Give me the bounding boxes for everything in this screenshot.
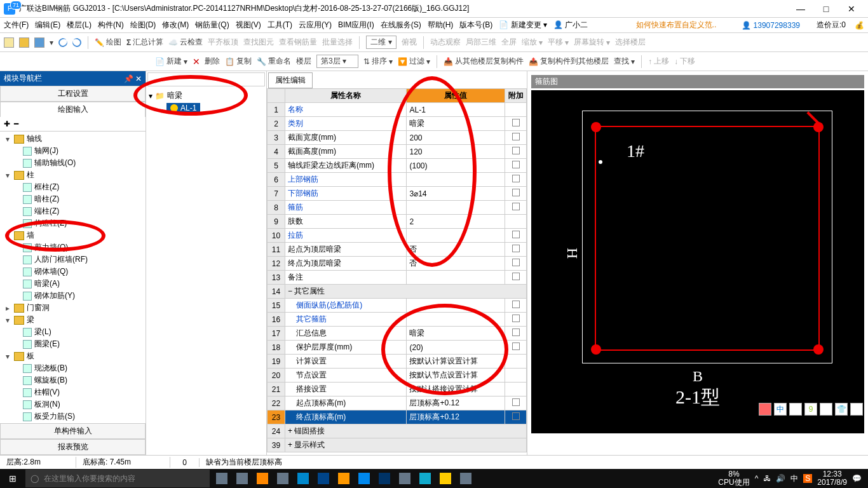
tree-item[interactable]: 圈梁(E) [0,338,146,350]
property-row[interactable]: 11起点为顶层暗梁否 [268,243,527,257]
sum-button[interactable]: Σ 汇总计算 [126,37,163,48]
tree-item[interactable]: 人防门框墙(RF) [0,254,146,266]
taskbar-search[interactable]: ◯ 在这里输入你要搜索的内容 [25,470,210,487]
taskbar-clock[interactable]: 12:332017/8/9 [817,470,847,487]
find-button[interactable]: 查找 ▾ [614,56,635,67]
tray-icon-6[interactable]: 👕 [835,403,848,416]
expand-icon[interactable]: ✚ [4,119,10,128]
copy-button[interactable]: 📋复制 [225,56,252,67]
save-icon[interactable] [34,37,44,48]
tree-item[interactable]: 砌体加筋(Y) [0,290,146,302]
user-label[interactable]: 👤 广小二 [553,20,588,30]
menu-edit[interactable]: 编辑(E) [35,20,60,30]
property-row[interactable]: 6上部钢筋 [268,173,527,187]
tray-icon-1[interactable] [759,403,771,416]
tray-icon-5[interactable] [820,403,832,416]
redo-icon[interactable] [71,36,83,48]
local3d-button[interactable]: 局部三维 [466,37,496,48]
property-row[interactable]: 17 汇总信息暗梁 [268,327,527,341]
property-row[interactable]: 3截面宽度(mm)200 [268,131,527,145]
menu-modify[interactable]: 修改(M) [162,20,189,30]
menu-help[interactable]: 帮助(H) [428,20,454,30]
find-img-button[interactable]: 查找图元 [243,37,274,48]
open-icon[interactable] [19,37,29,48]
tree-item[interactable]: 剪力墙(Q) [0,241,146,254]
menu-rebar[interactable]: 钢筋量(Q) [195,20,229,30]
tree-item[interactable]: 板洞(N) [0,398,146,410]
cloud-check-button[interactable]: ☁️云检查 [168,37,203,48]
start-button[interactable]: ⊞ [0,473,25,484]
task-icon[interactable] [338,473,349,484]
batch-sel-button[interactable]: 批量选择 [322,37,353,48]
property-row[interactable]: 24+ 锚固搭接 [268,424,527,438]
property-row[interactable]: 18 保护层厚度(mm)(20) [268,341,527,355]
menu-file[interactable]: 文件(F) [4,20,29,30]
notif-icon[interactable]: 💬 [852,474,862,483]
task-icon[interactable] [277,473,288,484]
task-icon[interactable] [257,473,268,484]
property-row[interactable]: 20 节点设置按默认节点设置计算 [268,369,527,383]
menu-draw[interactable]: 绘图(D) [130,20,156,30]
tree-item[interactable]: 暗柱(Z) [0,193,146,205]
tree-group[interactable]: ▾轴线 [0,133,146,145]
selfloor-button[interactable]: 选择楼层 [615,37,646,48]
tray-icon-7[interactable] [850,403,863,416]
copy-to-button[interactable]: 📤复制构件到其他楼层 [529,56,609,67]
tree-item[interactable]: 框柱(Z) [0,181,146,193]
tree-item[interactable]: 柱帽(V) [0,386,146,398]
bird-button[interactable]: 俯视 [402,37,417,48]
tree-group[interactable]: ▾板 [0,350,146,362]
tree-item[interactable]: 构造柱(Z) [0,217,146,229]
property-row[interactable]: 12终点为顶层暗梁否 [268,257,527,271]
tree-item[interactable]: 梁(L) [0,326,146,338]
full-button[interactable]: 全屏 [501,37,517,48]
property-row[interactable]: 7下部钢筋3⌀14 [268,187,527,201]
tree-item[interactable]: 辅助轴线(O) [0,157,146,169]
tab-single-input[interactable]: 单构件输入 [0,423,146,439]
property-row[interactable]: 5轴线距梁左边线距离(mm)(100) [268,159,527,173]
menu-bim[interactable]: BIM应用(I) [338,20,374,30]
tip-link[interactable]: 如何快速布置自定义范.. [636,20,717,30]
close-button[interactable]: ✕ [839,4,864,14]
property-row[interactable]: 22 起点顶标高(m)层顶标高+0.12 [268,396,527,410]
property-row[interactable]: 13备注 [268,271,527,285]
task-icon[interactable] [297,473,309,484]
task-icon[interactable] [216,473,227,484]
menu-floor[interactable]: 楼层(L) [67,20,92,30]
component-search[interactable] [147,72,265,86]
tray-up-icon[interactable]: ^ [755,474,759,483]
tray-s-icon[interactable]: S [803,474,812,483]
tree-group[interactable]: ▾墙 [0,229,146,241]
menu-component[interactable]: 构件(N) [98,20,124,30]
menu-tools[interactable]: 工具(T) [268,20,292,30]
move-up-button[interactable]: ↑上移 [648,56,669,67]
task-icon[interactable] [358,473,370,484]
draw-button[interactable]: ✏️绘图 [95,37,121,48]
tray-icon-3[interactable] [789,403,802,416]
task-icon[interactable] [318,473,329,484]
collapse-icon[interactable]: ━ [14,119,18,128]
minimize-button[interactable]: — [788,4,813,14]
task-icon[interactable] [440,473,451,484]
tree-group[interactable]: ▾柱 [0,169,146,181]
nav-tree[interactable]: ▾轴线轴网(J)辅助轴线(O)▾柱框柱(Z)暗柱(Z)端柱(Z)构造柱(Z)▾墙… [0,132,146,423]
property-tab[interactable]: 属性编辑 [268,72,313,88]
tree-item[interactable]: 板受力筋(S) [0,410,146,423]
tab-draw-input[interactable]: 绘图输入 [0,102,146,117]
tray-vol-icon[interactable]: 🔊 [776,474,785,483]
task-icon[interactable] [236,473,248,484]
menu-version[interactable]: 版本号(B) [459,20,492,30]
view-rebar-button[interactable]: 查看钢筋量 [279,37,317,48]
tree-group[interactable]: ▾梁 [0,314,146,326]
property-row[interactable]: 10拉筋 [268,229,527,243]
tree-item[interactable]: 端柱(Z) [0,205,146,217]
tree-group[interactable]: ▸门窗洞 [0,302,146,314]
pan-button[interactable]: 平移 ▾ [548,37,569,48]
tree-item[interactable]: 现浇板(B) [0,362,146,374]
task-icon[interactable] [379,473,390,484]
menu-online[interactable]: 在线服务(S) [381,20,421,30]
property-row[interactable]: 23 终点顶标高(m)层顶标高+0.12 [268,410,527,424]
tree-item[interactable]: 轴网(J) [0,145,146,157]
floor-select[interactable]: 第3层 ▾ [316,55,358,68]
property-row[interactable]: 1名称AL-1 [268,103,527,117]
